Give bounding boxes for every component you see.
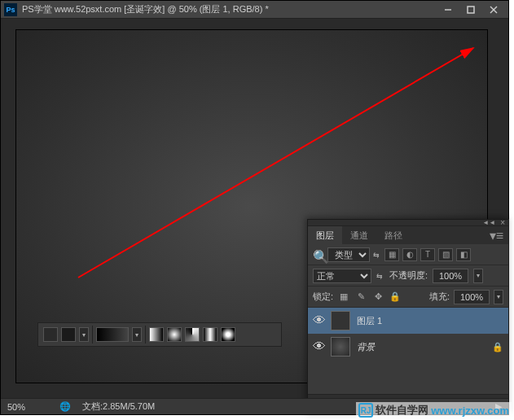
reflected-gradient-button[interactable] bbox=[203, 327, 217, 342]
layer-thumbnail[interactable] bbox=[331, 337, 350, 357]
layer-item[interactable]: 👁 背景 🔒 bbox=[308, 334, 508, 360]
maximize-button[interactable] bbox=[459, 2, 482, 17]
chevron-down-icon[interactable]: ▾ bbox=[494, 290, 503, 304]
watermark-logo-icon: RJ bbox=[358, 403, 373, 418]
opacity-input[interactable] bbox=[433, 269, 468, 283]
opacity-label: 不透明度: bbox=[389, 269, 428, 282]
filter-smart-icon[interactable]: ◧ bbox=[456, 248, 471, 261]
filter-type-icon[interactable]: T bbox=[420, 248, 435, 261]
blend-mode-select[interactable]: 正常 bbox=[313, 269, 371, 283]
filter-shape-icon[interactable]: ▧ bbox=[438, 248, 453, 261]
angle-gradient-button[interactable] bbox=[185, 327, 200, 342]
photoshop-window: Ps PS学堂 www.52psxt.com [圣诞字效] @ 50% (图层 … bbox=[0, 0, 509, 415]
zoom-level[interactable]: 50% bbox=[7, 402, 48, 412]
visibility-eye-icon[interactable]: 👁 bbox=[313, 313, 324, 328]
panel-tabs: 图层 通道 路径 ▾≡ bbox=[308, 226, 508, 244]
titlebar: Ps PS学堂 www.52psxt.com [圣诞字效] @ 50% (图层 … bbox=[1, 1, 508, 19]
lock-row: 锁定: ▦ ✎ ✥ 🔒 填充: ▾ bbox=[308, 287, 508, 308]
watermark-text: 软件自学网 bbox=[376, 403, 428, 418]
radial-gradient-button[interactable] bbox=[167, 327, 182, 342]
lock-all-icon[interactable]: 🔒 bbox=[389, 291, 402, 304]
tab-layers[interactable]: 图层 bbox=[308, 226, 342, 244]
layer-list: 👁 图层 1 👁 背景 🔒 bbox=[308, 308, 508, 360]
separator bbox=[92, 326, 93, 343]
diamond-gradient-button[interactable] bbox=[221, 327, 235, 342]
lock-icon: 🔒 bbox=[492, 342, 503, 352]
gradient-options-toolbar: ▾ ▾ bbox=[37, 322, 282, 347]
globe-icon[interactable]: 🌐 bbox=[59, 401, 71, 412]
collapse-icon[interactable]: ◄◄ bbox=[482, 219, 495, 226]
panel-menu-icon[interactable]: ▾≡ bbox=[485, 226, 508, 244]
lock-image-icon[interactable]: ✎ bbox=[354, 291, 367, 304]
filter-type-select[interactable]: 类型 bbox=[327, 247, 370, 262]
fill-label: 填充: bbox=[429, 291, 450, 303]
window-title: PS学堂 www.52psxt.com [圣诞字效] @ 50% (图层 1, … bbox=[22, 3, 437, 15]
layer-filter-row: 🔍 类型 ⇆ ▦ ◐ T ▧ ◧ bbox=[308, 244, 508, 265]
layer-name[interactable]: 图层 1 bbox=[357, 315, 503, 327]
lock-position-icon[interactable]: ✥ bbox=[371, 291, 384, 304]
layer-item[interactable]: 👁 图层 1 bbox=[308, 308, 508, 334]
layer-thumbnail[interactable] bbox=[331, 311, 350, 330]
filter-adjustment-icon[interactable]: ◐ bbox=[402, 248, 417, 261]
minimize-button[interactable] bbox=[437, 2, 459, 17]
lock-transparent-icon[interactable]: ▦ bbox=[337, 291, 350, 304]
chevron-down-icon[interactable]: ▾ bbox=[132, 327, 142, 342]
gradient-swatch[interactable] bbox=[61, 327, 76, 342]
separator bbox=[145, 326, 146, 343]
blend-mode-row: 正常 ⇆ 不透明度: ▾ bbox=[308, 265, 508, 287]
gradient-dropdown-icon[interactable] bbox=[43, 327, 58, 342]
svg-rect-1 bbox=[468, 7, 474, 13]
chevron-icon: ⇆ bbox=[373, 251, 381, 259]
watermark-url: www.rjzxw.com bbox=[431, 405, 509, 417]
tab-channels[interactable]: 通道 bbox=[342, 226, 376, 244]
layer-name[interactable]: 背景 bbox=[357, 341, 485, 353]
watermark: RJ 软件自学网 www.rjzxw.com bbox=[356, 402, 512, 418]
visibility-eye-icon[interactable]: 👁 bbox=[313, 339, 324, 354]
fill-input[interactable] bbox=[454, 290, 490, 304]
tab-paths[interactable]: 路径 bbox=[376, 226, 411, 244]
close-button[interactable] bbox=[482, 2, 505, 17]
chevron-down-icon[interactable]: ▾ bbox=[79, 327, 89, 342]
chevron-icon: ⇆ bbox=[376, 272, 384, 280]
photoshop-icon: Ps bbox=[4, 3, 17, 16]
layers-panel: ◄◄ × 图层 通道 路径 ▾≡ 🔍 类型 ⇆ ▦ ◐ T ▧ ◧ 正常 ⇆ 不… bbox=[307, 219, 509, 414]
search-icon[interactable]: 🔍 bbox=[313, 249, 324, 260]
lock-label: 锁定: bbox=[313, 291, 333, 303]
filter-pixel-icon[interactable]: ▦ bbox=[384, 248, 399, 261]
gradient-preview[interactable] bbox=[96, 327, 129, 342]
panel-header: ◄◄ × bbox=[308, 220, 508, 226]
linear-gradient-button[interactable] bbox=[149, 327, 164, 342]
chevron-down-icon[interactable]: ▾ bbox=[473, 269, 483, 283]
